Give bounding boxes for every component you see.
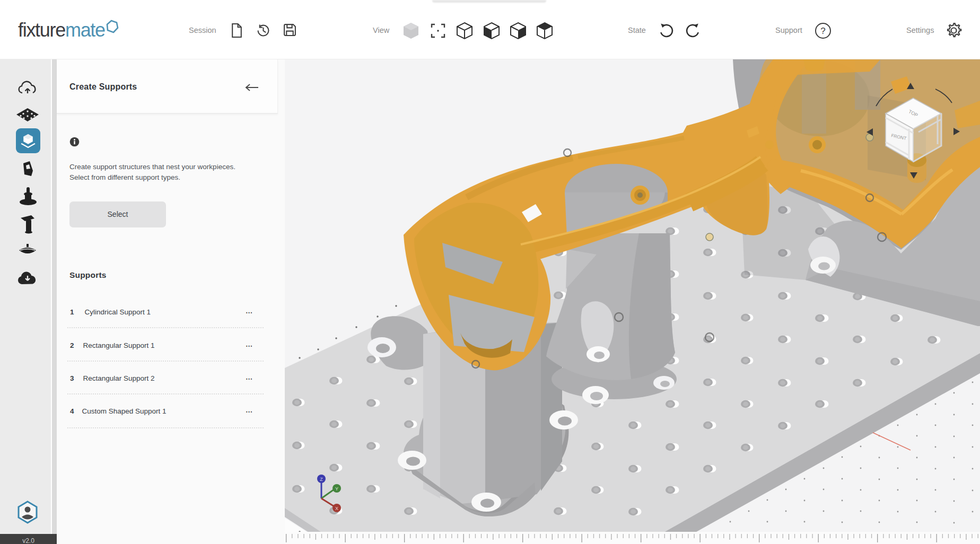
svg-text:X: X [335, 506, 338, 511]
svg-text:?: ? [820, 26, 825, 36]
svg-text:Z: Z [320, 477, 323, 482]
svg-text:Y: Y [335, 486, 338, 492]
